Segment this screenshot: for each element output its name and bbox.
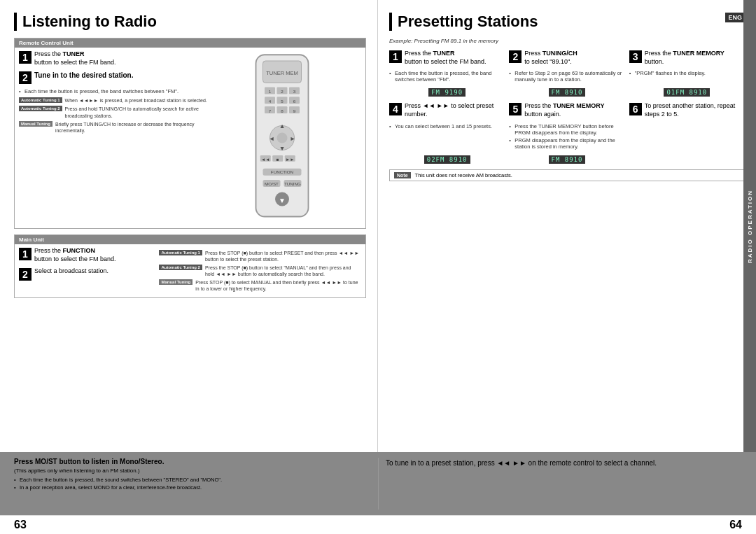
svg-text:6: 6	[293, 99, 295, 104]
manual-tuning-text: Briefly press TUNING/CH to increase or d…	[55, 121, 207, 134]
svg-text:FUNCTION: FUNCTION	[270, 169, 293, 174]
display-cell-1: FM 9190	[389, 87, 505, 98]
left-page: Listening to Radio Remote Control Unit 1…	[0, 0, 378, 452]
note-text: This unit does not receive AM broadcasts…	[415, 172, 512, 178]
svg-text:5: 5	[281, 99, 284, 104]
right-step-5: 5 Press the TUNER MEMORY button again. P…	[509, 102, 624, 149]
right-page: ENG Presetting Stations Example: Presett…	[378, 0, 756, 452]
lcd-display-2: FM 8910	[549, 88, 586, 97]
auto-tuning-1-badge: Automatic Tuning 1	[19, 97, 62, 103]
bottom-right: To tune in to a preset station, press ◄◄…	[378, 458, 742, 510]
display-cell-5: FM 8910	[509, 154, 624, 165]
radio-operation-label: RADIO OPERATION	[747, 190, 753, 263]
right-step-6: 6 To preset another station, repeat step…	[629, 102, 745, 149]
right-step-2: 2 Press TUNING/CH to select "89.10". Ref…	[509, 50, 624, 83]
remote-control-svg: TUNER MEM 1 2	[247, 50, 317, 225]
display-row-top: FM 9190 FM 8910 01FM 8910	[389, 87, 745, 98]
auto-tuning-1: Automatic Tuning 1 When ◄◄►► is pressed,…	[19, 97, 207, 104]
right-bullet-1: Each time the button is pressed, the ban…	[389, 70, 505, 83]
right-step-5-inner: 5 Press the TUNER MEMORY button again.	[509, 102, 624, 118]
right-step-4-inner: 4 Press ◄◄ ►► to select preset number.	[389, 102, 505, 118]
bottom-right-text: To tune in to a preset station, press ◄◄…	[386, 458, 742, 468]
right-bullet-5: Press the TUNER MEMORY button before PRG…	[509, 123, 624, 136]
svg-text:7: 7	[268, 108, 271, 113]
svg-text:2: 2	[281, 89, 284, 94]
auto-tuning-2-badge: Automatic Tuning 2	[19, 106, 62, 111]
right-bullet-3: "PRGM" flashes in the display.	[629, 70, 745, 76]
remote-control-section: Remote Control Unit 1 Press the TUNER bu…	[14, 38, 366, 229]
right-step-number-5: 5	[509, 103, 522, 115]
bottom-left: Press MO/ST button to listen in Mono/Ste…	[14, 458, 378, 510]
right-step-1-content: Press the TUNER button to select the FM …	[405, 50, 486, 66]
main-manual-text: Press STOP (■) to select MANUAL and then…	[195, 279, 361, 292]
svg-text:8: 8	[281, 108, 284, 113]
right-step-number-4: 4	[389, 103, 402, 115]
right-step-3-inner: 3 Press the TUNER MEMORY button.	[629, 50, 745, 66]
eng-badge: ENG	[725, 13, 745, 22]
svg-text:◄◄: ◄◄	[261, 157, 270, 162]
main-auto-2-badge: Automatic Tuning 2	[159, 265, 202, 270]
main-auto-1: Automatic Tuning 1 Press the STOP (■) bu…	[159, 250, 361, 262]
remote-sub-steps: Automatic Tuning 1 When ◄◄►► is pressed,…	[19, 97, 207, 133]
remote-control-header: Remote Control Unit	[15, 38, 365, 48]
svg-text:◄: ◄	[268, 135, 274, 142]
step-1-content: Press the TUNER button to select the FM …	[34, 50, 116, 66]
remote-control-content: 1 Press the TUNER button to select the F…	[15, 48, 365, 228]
remote-step-2: 2 Tune in to the desired station.	[19, 71, 207, 84]
right-step-number-6: 6	[629, 103, 642, 115]
main-sub-steps: Automatic Tuning 1 Press the STOP (■) bu…	[159, 247, 361, 295]
bottom-left-subtitle: (This applies only when listening to an …	[14, 468, 364, 474]
right-step-4-content: Press ◄◄ ►► to select preset number.	[405, 102, 505, 118]
left-page-title: Listening to Radio	[14, 13, 366, 31]
page-number-right: 64	[729, 519, 742, 531]
remote-step-1: 1 Press the TUNER button to select the F…	[19, 50, 207, 66]
lcd-display-3: 01FM 8910	[664, 88, 710, 97]
display-cell-2: FM 8910	[509, 87, 624, 98]
bottom-bullet-1: Each time the button is pressed, the sou…	[14, 477, 364, 483]
note-label: Note	[394, 172, 411, 178]
svg-text:■: ■	[276, 157, 279, 162]
right-step-number-3: 3	[629, 50, 642, 63]
remote-steps: 1 Press the TUNER button to select the F…	[19, 50, 207, 225]
manual-tuning-badge: Manual Tuning	[19, 121, 52, 127]
main-manual: Manual Tuning Press STOP (■) to select M…	[159, 279, 361, 292]
remote-bullet-1: Each time the button is pressed, the ban…	[19, 88, 207, 94]
main-auto-2: Automatic Tuning 2 Press the STOP (■) bu…	[159, 265, 361, 277]
auto-tuning-2: Automatic Tuning 2 Press and hold TUNING…	[19, 106, 207, 118]
auto-tuning-1-text: When ◄◄►► is pressed, a preset broadcast…	[65, 97, 207, 104]
right-step-3: 3 Press the TUNER MEMORY button. "PRGM" …	[629, 50, 745, 83]
right-step-1-inner: 1 Press the TUNER button to select the F…	[389, 50, 505, 66]
step-number-1: 1	[19, 51, 31, 64]
step-2-content: Tune in to the desired station.	[34, 71, 134, 80]
main-step-1: 1 Press the FUNCTION button to select th…	[19, 247, 153, 263]
remote-image-area: TUNER MEM 1 2	[210, 50, 354, 225]
right-step-1: 1 Press the TUNER button to select the F…	[389, 50, 505, 83]
right-bullet-6: PRGM disappears from the display and the…	[509, 137, 624, 150]
svg-text:TUNING: TUNING	[284, 181, 301, 186]
svg-text:9: 9	[293, 108, 295, 113]
right-step-3-content: Press the TUNER MEMORY button.	[645, 50, 724, 66]
auto-tuning-2-text: Press and hold TUNING/CH to automaticall…	[65, 106, 207, 118]
right-step-number-1: 1	[389, 50, 402, 63]
main-step-number-2: 2	[19, 268, 31, 281]
radio-operation-strip: RADIO OPERATION	[743, 0, 756, 452]
svg-text:►►: ►►	[286, 157, 294, 162]
right-top-steps: 1 Press the TUNER button to select the F…	[389, 50, 745, 83]
main-step-1-content: Press the FUNCTION button to select the …	[34, 247, 116, 263]
manual-tuning: Manual Tuning Briefly press TUNING/CH to…	[19, 121, 207, 134]
svg-text:3: 3	[293, 89, 295, 94]
main-auto-2-text: Press the STOP (■) button to select "MAN…	[205, 265, 361, 277]
svg-point-22	[276, 133, 287, 143]
main-unit-header: Main Unit	[15, 235, 365, 244]
lcd-display-1: FM 9190	[428, 88, 465, 97]
main-step-number-1: 1	[19, 248, 31, 260]
lcd-display-4: 02FM 8910	[424, 155, 470, 164]
bottom-bar: Press MO/ST button to listen in Mono/Ste…	[0, 452, 756, 515]
right-step-5-content: Press the TUNER MEMORY button again.	[524, 102, 604, 118]
svg-text:▼: ▼	[279, 145, 285, 152]
svg-text:MO/ST: MO/ST	[265, 181, 279, 186]
display-cell-3: 01FM 8910	[629, 87, 745, 98]
main-auto-1-text: Press the STOP (■) button to select PRES…	[205, 250, 361, 262]
main-step-2-content: Select a broadcast station.	[34, 267, 108, 276]
right-step-6-inner: 6 To preset another station, repeat step…	[629, 102, 745, 118]
